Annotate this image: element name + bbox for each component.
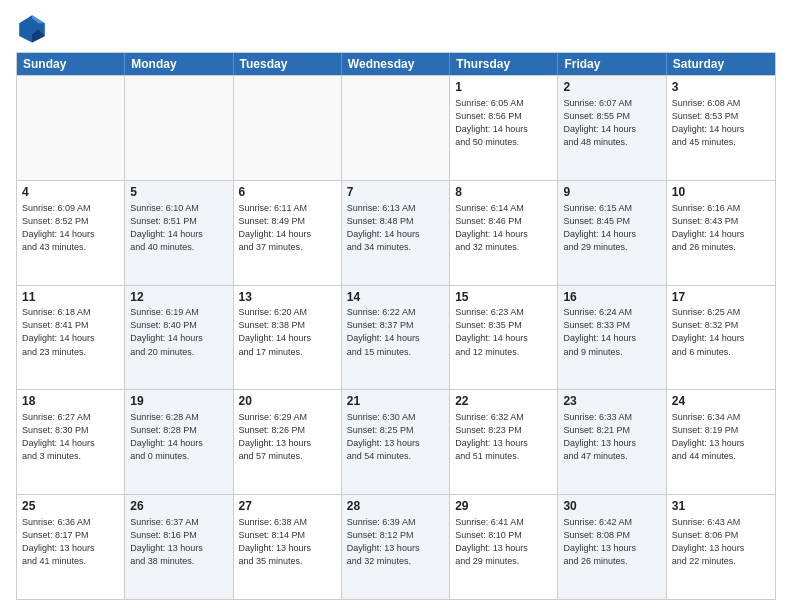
cell-info: Sunrise: 6:09 AM Sunset: 8:52 PM Dayligh…: [22, 202, 119, 254]
day-number: 21: [347, 393, 444, 410]
calendar-cell: 7Sunrise: 6:13 AM Sunset: 8:48 PM Daylig…: [342, 181, 450, 285]
calendar-cell: 3Sunrise: 6:08 AM Sunset: 8:53 PM Daylig…: [667, 76, 775, 180]
calendar-cell: 4Sunrise: 6:09 AM Sunset: 8:52 PM Daylig…: [17, 181, 125, 285]
cell-info: Sunrise: 6:13 AM Sunset: 8:48 PM Dayligh…: [347, 202, 444, 254]
cell-info: Sunrise: 6:34 AM Sunset: 8:19 PM Dayligh…: [672, 411, 770, 463]
cell-info: Sunrise: 6:32 AM Sunset: 8:23 PM Dayligh…: [455, 411, 552, 463]
calendar-cell: 1Sunrise: 6:05 AM Sunset: 8:56 PM Daylig…: [450, 76, 558, 180]
cell-info: Sunrise: 6:24 AM Sunset: 8:33 PM Dayligh…: [563, 306, 660, 358]
calendar-cell: 5Sunrise: 6:10 AM Sunset: 8:51 PM Daylig…: [125, 181, 233, 285]
day-number: 6: [239, 184, 336, 201]
calendar-cell: 13Sunrise: 6:20 AM Sunset: 8:38 PM Dayli…: [234, 286, 342, 390]
day-number: 31: [672, 498, 770, 515]
cell-info: Sunrise: 6:16 AM Sunset: 8:43 PM Dayligh…: [672, 202, 770, 254]
calendar-cell: 24Sunrise: 6:34 AM Sunset: 8:19 PM Dayli…: [667, 390, 775, 494]
calendar-cell: [17, 76, 125, 180]
calendar-cell: [342, 76, 450, 180]
calendar-cell: 30Sunrise: 6:42 AM Sunset: 8:08 PM Dayli…: [558, 495, 666, 599]
day-number: 22: [455, 393, 552, 410]
calendar-cell: 21Sunrise: 6:30 AM Sunset: 8:25 PM Dayli…: [342, 390, 450, 494]
day-number: 23: [563, 393, 660, 410]
calendar-body: 1Sunrise: 6:05 AM Sunset: 8:56 PM Daylig…: [17, 75, 775, 599]
page: SundayMondayTuesdayWednesdayThursdayFrid…: [0, 0, 792, 612]
header: [16, 12, 776, 44]
cell-info: Sunrise: 6:41 AM Sunset: 8:10 PM Dayligh…: [455, 516, 552, 568]
cell-info: Sunrise: 6:23 AM Sunset: 8:35 PM Dayligh…: [455, 306, 552, 358]
day-number: 18: [22, 393, 119, 410]
cell-info: Sunrise: 6:18 AM Sunset: 8:41 PM Dayligh…: [22, 306, 119, 358]
calendar: SundayMondayTuesdayWednesdayThursdayFrid…: [16, 52, 776, 600]
cell-info: Sunrise: 6:37 AM Sunset: 8:16 PM Dayligh…: [130, 516, 227, 568]
calendar-cell: 8Sunrise: 6:14 AM Sunset: 8:46 PM Daylig…: [450, 181, 558, 285]
day-number: 14: [347, 289, 444, 306]
day-number: 4: [22, 184, 119, 201]
day-number: 9: [563, 184, 660, 201]
logo-icon: [16, 12, 48, 44]
calendar-cell: 2Sunrise: 6:07 AM Sunset: 8:55 PM Daylig…: [558, 76, 666, 180]
calendar-row: 11Sunrise: 6:18 AM Sunset: 8:41 PM Dayli…: [17, 285, 775, 390]
calendar-cell: 17Sunrise: 6:25 AM Sunset: 8:32 PM Dayli…: [667, 286, 775, 390]
calendar-row: 18Sunrise: 6:27 AM Sunset: 8:30 PM Dayli…: [17, 389, 775, 494]
cell-info: Sunrise: 6:27 AM Sunset: 8:30 PM Dayligh…: [22, 411, 119, 463]
day-number: 24: [672, 393, 770, 410]
calendar-cell: 11Sunrise: 6:18 AM Sunset: 8:41 PM Dayli…: [17, 286, 125, 390]
day-header: Saturday: [667, 53, 775, 75]
day-number: 8: [455, 184, 552, 201]
calendar-cell: 19Sunrise: 6:28 AM Sunset: 8:28 PM Dayli…: [125, 390, 233, 494]
cell-info: Sunrise: 6:10 AM Sunset: 8:51 PM Dayligh…: [130, 202, 227, 254]
day-number: 17: [672, 289, 770, 306]
cell-info: Sunrise: 6:11 AM Sunset: 8:49 PM Dayligh…: [239, 202, 336, 254]
calendar-cell: [125, 76, 233, 180]
calendar-row: 4Sunrise: 6:09 AM Sunset: 8:52 PM Daylig…: [17, 180, 775, 285]
calendar-row: 25Sunrise: 6:36 AM Sunset: 8:17 PM Dayli…: [17, 494, 775, 599]
calendar-cell: 20Sunrise: 6:29 AM Sunset: 8:26 PM Dayli…: [234, 390, 342, 494]
cell-info: Sunrise: 6:29 AM Sunset: 8:26 PM Dayligh…: [239, 411, 336, 463]
calendar-cell: 25Sunrise: 6:36 AM Sunset: 8:17 PM Dayli…: [17, 495, 125, 599]
cell-info: Sunrise: 6:07 AM Sunset: 8:55 PM Dayligh…: [563, 97, 660, 149]
calendar-cell: 15Sunrise: 6:23 AM Sunset: 8:35 PM Dayli…: [450, 286, 558, 390]
day-header: Tuesday: [234, 53, 342, 75]
day-header: Friday: [558, 53, 666, 75]
calendar-cell: 23Sunrise: 6:33 AM Sunset: 8:21 PM Dayli…: [558, 390, 666, 494]
day-number: 28: [347, 498, 444, 515]
day-number: 26: [130, 498, 227, 515]
day-number: 13: [239, 289, 336, 306]
calendar-cell: 18Sunrise: 6:27 AM Sunset: 8:30 PM Dayli…: [17, 390, 125, 494]
cell-info: Sunrise: 6:38 AM Sunset: 8:14 PM Dayligh…: [239, 516, 336, 568]
calendar-cell: 27Sunrise: 6:38 AM Sunset: 8:14 PM Dayli…: [234, 495, 342, 599]
cell-info: Sunrise: 6:19 AM Sunset: 8:40 PM Dayligh…: [130, 306, 227, 358]
cell-info: Sunrise: 6:39 AM Sunset: 8:12 PM Dayligh…: [347, 516, 444, 568]
day-number: 30: [563, 498, 660, 515]
day-number: 3: [672, 79, 770, 96]
cell-info: Sunrise: 6:14 AM Sunset: 8:46 PM Dayligh…: [455, 202, 552, 254]
cell-info: Sunrise: 6:28 AM Sunset: 8:28 PM Dayligh…: [130, 411, 227, 463]
cell-info: Sunrise: 6:08 AM Sunset: 8:53 PM Dayligh…: [672, 97, 770, 149]
calendar-cell: 9Sunrise: 6:15 AM Sunset: 8:45 PM Daylig…: [558, 181, 666, 285]
cell-info: Sunrise: 6:36 AM Sunset: 8:17 PM Dayligh…: [22, 516, 119, 568]
cell-info: Sunrise: 6:20 AM Sunset: 8:38 PM Dayligh…: [239, 306, 336, 358]
calendar-cell: 10Sunrise: 6:16 AM Sunset: 8:43 PM Dayli…: [667, 181, 775, 285]
cell-info: Sunrise: 6:43 AM Sunset: 8:06 PM Dayligh…: [672, 516, 770, 568]
day-header: Wednesday: [342, 53, 450, 75]
day-number: 10: [672, 184, 770, 201]
day-number: 19: [130, 393, 227, 410]
day-number: 7: [347, 184, 444, 201]
day-number: 15: [455, 289, 552, 306]
day-number: 16: [563, 289, 660, 306]
day-number: 27: [239, 498, 336, 515]
calendar-cell: 22Sunrise: 6:32 AM Sunset: 8:23 PM Dayli…: [450, 390, 558, 494]
calendar-cell: 28Sunrise: 6:39 AM Sunset: 8:12 PM Dayli…: [342, 495, 450, 599]
day-number: 1: [455, 79, 552, 96]
calendar-cell: 31Sunrise: 6:43 AM Sunset: 8:06 PM Dayli…: [667, 495, 775, 599]
cell-info: Sunrise: 6:22 AM Sunset: 8:37 PM Dayligh…: [347, 306, 444, 358]
cell-info: Sunrise: 6:05 AM Sunset: 8:56 PM Dayligh…: [455, 97, 552, 149]
day-number: 2: [563, 79, 660, 96]
day-number: 11: [22, 289, 119, 306]
calendar-header: SundayMondayTuesdayWednesdayThursdayFrid…: [17, 53, 775, 75]
day-header: Sunday: [17, 53, 125, 75]
day-header: Monday: [125, 53, 233, 75]
calendar-cell: 16Sunrise: 6:24 AM Sunset: 8:33 PM Dayli…: [558, 286, 666, 390]
cell-info: Sunrise: 6:25 AM Sunset: 8:32 PM Dayligh…: [672, 306, 770, 358]
calendar-cell: 29Sunrise: 6:41 AM Sunset: 8:10 PM Dayli…: [450, 495, 558, 599]
day-number: 20: [239, 393, 336, 410]
